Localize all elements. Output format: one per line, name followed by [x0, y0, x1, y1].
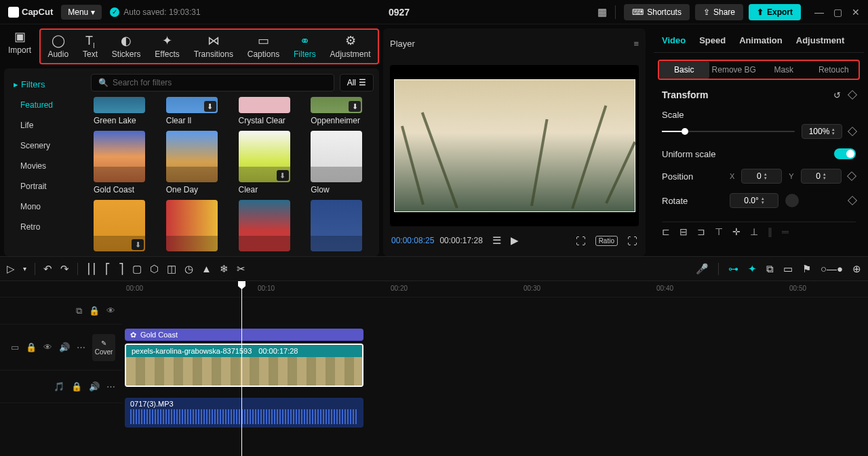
video-icon[interactable]: ▭ — [11, 342, 19, 352]
timeline-tracks[interactable]: 00:00 00:10 00:20 00:30 00:40 00:50 ✿ Go… — [122, 281, 868, 456]
scale-value[interactable]: 100%▴▾ — [802, 124, 842, 139]
more-icon[interactable]: ⋯ — [106, 381, 115, 392]
rotate-dial[interactable] — [785, 194, 799, 207]
filter-green-lake[interactable]: Green Lake — [94, 97, 154, 125]
tab-filters[interactable]: ⚭Filters — [291, 33, 319, 60]
timeline-ruler[interactable]: 00:00 00:10 00:20 00:30 00:40 00:50 — [122, 281, 868, 297]
filter-gold-coast[interactable]: Gold Coast — [94, 131, 154, 194]
align-center-v-icon[interactable]: ✛ — [732, 226, 741, 237]
align-top-icon[interactable]: ⊤ — [715, 226, 723, 237]
reverse-icon[interactable]: ▲ — [201, 263, 212, 274]
minimize-button[interactable]: — — [814, 7, 824, 18]
subtab-mask[interactable]: Mask — [759, 61, 809, 79]
filter-row3-1[interactable]: ⬇ — [94, 200, 154, 251]
cat-scenery[interactable]: Scenery — [4, 136, 85, 156]
chevron-down-icon[interactable]: ▾ — [23, 265, 26, 272]
tab-adjustment[interactable]: ⚙Adjustment — [328, 33, 374, 60]
export-button[interactable]: ⬆Export — [749, 4, 801, 20]
tab-audio[interactable]: ◯Audio — [45, 33, 71, 60]
hamburger-icon[interactable]: ≡ — [633, 39, 639, 49]
cat-mono[interactable]: Mono — [4, 196, 85, 217]
more-icon[interactable]: ⋯ — [77, 342, 85, 352]
crop2-icon[interactable]: ✂ — [237, 263, 245, 275]
filter-glow[interactable]: Glow — [311, 131, 371, 194]
marker-icon[interactable]: ⚑ — [802, 263, 811, 275]
mic-icon[interactable]: 🎤 — [696, 263, 709, 275]
lock-icon[interactable]: 🔒 — [89, 306, 100, 316]
layout-icon[interactable]: ▦ — [597, 6, 607, 18]
tab-video[interactable]: Video — [662, 35, 686, 45]
fullscreen-icon[interactable]: ⛶ — [627, 235, 637, 247]
tab-text[interactable]: TIText — [80, 33, 100, 60]
lock-icon[interactable]: 🔒 — [71, 381, 82, 392]
menu-button[interactable]: Menu▾ — [61, 5, 102, 20]
filter-all-button[interactable]: All☰ — [340, 74, 374, 91]
filter-clip[interactable]: ✿ Gold Coast — [125, 329, 363, 341]
close-button[interactable]: ✕ — [852, 7, 860, 18]
cat-featured[interactable]: Featured — [4, 95, 85, 115]
filter-row3-3[interactable] — [239, 200, 299, 251]
trim-left-icon[interactable]: ⎡ — [105, 263, 111, 275]
cat-retro[interactable]: Retro — [4, 217, 85, 237]
filter-crystal-clear[interactable]: Crystal Clear — [239, 97, 299, 125]
ratio-button[interactable]: Ratio — [595, 236, 618, 246]
subtab-remove-bg[interactable]: Remove BG — [709, 61, 760, 79]
filter-row3-4[interactable] — [311, 200, 371, 251]
link-icon[interactable]: ✦ — [748, 263, 757, 275]
project-title[interactable]: 0927 — [209, 7, 590, 18]
crop-icon[interactable]: ▢ — [132, 263, 142, 275]
scan-icon[interactable]: ⛶ — [576, 235, 586, 247]
filter-one-day[interactable]: One Day — [166, 131, 226, 194]
cat-portrait[interactable]: Portrait — [4, 176, 85, 196]
tab-adjustment[interactable]: Adjustment — [796, 35, 845, 45]
rotate-input[interactable]: 0.0°▴▾ — [730, 193, 778, 208]
preview-icon[interactable]: ▭ — [783, 263, 793, 275]
filter-oppenheimer[interactable]: ⬇Oppenheimer — [311, 97, 371, 125]
list-icon[interactable]: ☰ — [492, 234, 501, 247]
filter-grid[interactable]: Green Lake ⬇Clear ll Crystal Clear ⬇Oppe… — [85, 97, 379, 256]
align-left-icon[interactable]: ⊏ — [662, 226, 670, 237]
maximize-button[interactable]: ▢ — [833, 7, 842, 18]
video-canvas[interactable] — [394, 79, 635, 212]
keyframe-icon[interactable] — [848, 90, 857, 100]
cover-button[interactable]: ✎Cover — [92, 334, 115, 361]
keyframe-icon[interactable] — [848, 196, 857, 205]
position-x-input[interactable]: 0▴▾ — [741, 169, 782, 184]
chain-icon[interactable]: ⧉ — [766, 263, 774, 275]
cat-life[interactable]: Life — [4, 115, 85, 136]
import-tab[interactable]: ▣ Import — [4, 28, 35, 64]
selection-tool[interactable]: ▷ — [7, 263, 15, 275]
subtab-basic[interactable]: Basic — [659, 61, 709, 79]
zoom-slider-handle[interactable]: ○—● — [821, 263, 843, 274]
volume-icon[interactable]: 🔊 — [89, 381, 100, 392]
lock-icon[interactable]: 🔒 — [26, 342, 37, 352]
speed-icon[interactable]: ◷ — [184, 263, 193, 275]
tab-transitions[interactable]: ⋈Transitions — [191, 33, 236, 60]
tab-animation[interactable]: Animation — [739, 35, 783, 45]
volume-icon[interactable]: 🔊 — [59, 342, 70, 352]
cat-filters[interactable]: ▸ Filters — [4, 74, 85, 95]
search-input[interactable]: 🔍Search for filters — [91, 74, 334, 91]
tab-captions[interactable]: ▭Captions — [245, 33, 282, 60]
audio-clip[interactable]: 0717(3).MP3 — [125, 398, 363, 428]
cat-movies[interactable]: Movies — [4, 156, 85, 176]
redo-button[interactable]: ↷ — [60, 263, 69, 275]
eye-icon[interactable]: 👁 — [106, 306, 115, 316]
video-clip[interactable]: pexels-karolina-grabowska-8371593 00:00:… — [125, 344, 363, 387]
shortcuts-button[interactable]: ⌨Shortcuts — [624, 4, 690, 20]
tab-speed[interactable]: Speed — [699, 35, 726, 45]
player-viewport[interactable] — [390, 65, 639, 226]
freeze-icon[interactable]: ❄ — [220, 263, 229, 275]
subtab-retouch[interactable]: Retouch — [809, 61, 859, 79]
link-icon[interactable]: ⧉ — [76, 306, 82, 316]
zoom-fit-icon[interactable]: ⊕ — [852, 263, 861, 275]
playhead[interactable] — [241, 281, 242, 456]
undo-button[interactable]: ↶ — [43, 263, 52, 275]
align-bottom-icon[interactable]: ⊥ — [750, 226, 758, 237]
tab-effects[interactable]: ✦Effects — [152, 33, 182, 60]
play-button[interactable]: ▶ — [511, 234, 519, 247]
shield-icon[interactable]: ⬡ — [150, 263, 159, 275]
mirror-icon[interactable]: ◫ — [167, 263, 176, 275]
filter-clear[interactable]: ⬇Clear — [239, 131, 299, 194]
position-y-input[interactable]: 0▴▾ — [801, 169, 842, 184]
